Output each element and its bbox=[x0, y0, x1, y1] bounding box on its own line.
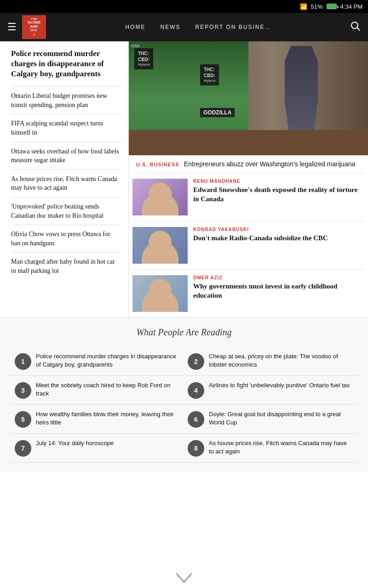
featured-title: Entrepreneurs abuzz over Washington's le… bbox=[184, 160, 356, 168]
status-bar: 📶 51% 4:34 PM bbox=[0, 0, 368, 13]
opinion-title-2[interactable]: Why governments must invest in early chi… bbox=[193, 282, 364, 300]
popular-rank-7: 8 bbox=[188, 440, 204, 457]
popular-item-5[interactable]: 6 Doyle: Great goal but disappointing en… bbox=[184, 405, 357, 434]
popular-title-6: July 14: Your daily horoscope bbox=[36, 439, 114, 447]
sidebar-divider-1 bbox=[11, 86, 121, 87]
main-nav: HOME NEWS REPORT ON BUSINE… bbox=[126, 24, 271, 30]
popular-title-7: As house prices rise, Fitch warns Canada… bbox=[209, 439, 353, 456]
sidebar-divider-6 bbox=[11, 225, 121, 225]
featured-counter bbox=[129, 130, 368, 155]
sidebar-item-0[interactable]: Ontario Liberal budget promises new tran… bbox=[11, 91, 121, 109]
popular-grid: 1 Police recommend murder charges in dis… bbox=[11, 347, 357, 463]
svg-line-1 bbox=[357, 28, 360, 30]
popular-title-3: Airlines to fight 'unbelievably punitive… bbox=[209, 381, 350, 390]
sidebar-item-1[interactable]: FIFA scalping scandal suspect turns hims… bbox=[11, 119, 121, 137]
sidebar-divider-2 bbox=[11, 114, 121, 114]
popular-title-4: How wealthy families blow their money, l… bbox=[36, 410, 180, 427]
popular-item-6[interactable]: 7 July 14: Your daily horoscope bbox=[11, 434, 184, 463]
featured-category: U.S. BUSINESS bbox=[136, 162, 179, 167]
featured-godzilla-sign: GODZILLA bbox=[200, 108, 235, 117]
popular-rank-4: 5 bbox=[15, 411, 31, 428]
battery-icon bbox=[327, 4, 337, 9]
scroll-down-button[interactable] bbox=[0, 564, 368, 588]
popular-title-1: Cheap at sea, pricey on the plate: The v… bbox=[209, 352, 353, 369]
battery-percentage: 51% bbox=[311, 3, 323, 10]
sidebar-featured-headline[interactable]: Police recommend murder charges in disap… bbox=[11, 49, 121, 79]
opinion-item-0[interactable]: RENU MANDHANE Edward Snowshoe's death ex… bbox=[132, 173, 364, 221]
popular-title-5: Doyle: Great goal but disappointing end … bbox=[209, 410, 353, 427]
logo-main-text: GLOBEAND bbox=[28, 21, 40, 29]
opinion-title-0[interactable]: Edward Snowshoe's death exposed the real… bbox=[193, 186, 364, 204]
featured-label[interactable]: U.S. BUSINESS Entrepreneurs abuzz over W… bbox=[129, 155, 368, 173]
popular-heading: What People Are Reading bbox=[11, 327, 357, 338]
opinion-item-1[interactable]: KONRAD YAKABUSKI Don't make Radio-Canada… bbox=[132, 221, 364, 269]
sidebar-divider-7 bbox=[11, 252, 121, 253]
opinion-item-2[interactable]: OMER AZIZ Why governments must invest in… bbox=[132, 269, 364, 317]
featured-sign1: THC: CBD: Hybrid bbox=[134, 48, 153, 69]
opinion-thumb-0 bbox=[132, 179, 188, 215]
popular-item-7[interactable]: 8 As house prices rise, Fitch warns Cana… bbox=[184, 434, 357, 463]
nav-home[interactable]: HOME bbox=[126, 24, 146, 30]
bottom-spacer bbox=[0, 472, 368, 564]
popular-rank-6: 7 bbox=[15, 440, 31, 457]
popular-title-2: Meet the sobriety coach hired to keep Ro… bbox=[36, 381, 180, 398]
popular-rank-2: 3 bbox=[15, 382, 31, 399]
nav-report[interactable]: REPORT ON BUSINE… bbox=[196, 24, 271, 30]
logo-leaf-icon: 🍁 bbox=[31, 32, 37, 37]
sidebar-item-2[interactable]: Ottawa seeks overhaul of how food labels… bbox=[11, 147, 121, 165]
sidebar-divider-5 bbox=[11, 197, 121, 198]
opinion-author-2: OMER AZIZ bbox=[193, 275, 364, 280]
logo[interactable]: THE GLOBEAND MAIL 🍁 bbox=[22, 15, 46, 39]
opinion-list: RENU MANDHANE Edward Snowshoe's death ex… bbox=[129, 173, 368, 317]
opinion-author-0: RENU MANDHANE bbox=[193, 179, 364, 184]
signal-icon: 📶 bbox=[300, 3, 307, 10]
opinion-author-1: KONRAD YAKABUSKI bbox=[193, 227, 364, 232]
popular-rank-0: 1 bbox=[15, 353, 31, 370]
sidebar-item-4[interactable]: 'Unprovoked' police beating sends Canadi… bbox=[11, 202, 121, 220]
popular-rank-5: 6 bbox=[188, 411, 204, 428]
featured-image[interactable]: THC: CBD: Hybrid THC: CBD: Hybrid GODZIL… bbox=[129, 41, 368, 155]
featured-sign2: THC: CBD: Hybrid bbox=[200, 64, 219, 85]
popular-section: What People Are Reading 1 Police recomme… bbox=[0, 317, 368, 472]
sidebar-divider-4 bbox=[11, 170, 121, 170]
sidebar-item-6[interactable]: Man charged after baby found in hot car … bbox=[11, 257, 121, 275]
popular-title-0: Police recommend murder charges in disap… bbox=[36, 352, 180, 369]
sidebar: Police recommend murder charges in disap… bbox=[0, 41, 129, 317]
popular-item-3[interactable]: 4 Airlines to fight 'unbelievably puniti… bbox=[184, 376, 357, 405]
featured-cnx-label: CNX bbox=[131, 44, 140, 48]
main-layout: Police recommend murder charges in disap… bbox=[0, 41, 368, 317]
popular-rank-1: 2 bbox=[188, 353, 204, 370]
nav-news[interactable]: NEWS bbox=[161, 24, 181, 30]
opinion-title-1[interactable]: Don't make Radio-Canada subsidize the CB… bbox=[193, 234, 364, 243]
popular-rank-3: 4 bbox=[188, 382, 204, 399]
clock: 4:34 PM bbox=[340, 3, 362, 10]
sidebar-item-5[interactable]: Olivia Chow vows to press Ottawa for ban… bbox=[11, 230, 121, 248]
sidebar-item-3[interactable]: As house prices rise, Fitch warns Canada… bbox=[11, 175, 121, 192]
header: ☰ THE GLOBEAND MAIL 🍁 HOME NEWS REPORT O… bbox=[0, 13, 368, 41]
search-button[interactable] bbox=[351, 21, 361, 34]
menu-button[interactable]: ☰ bbox=[7, 21, 17, 33]
content-area: THC: CBD: Hybrid THC: CBD: Hybrid GODZIL… bbox=[129, 41, 368, 317]
opinion-thumb-2 bbox=[132, 275, 188, 312]
popular-item-1[interactable]: 2 Cheap at sea, pricey on the plate: The… bbox=[184, 347, 357, 376]
popular-item-4[interactable]: 5 How wealthy families blow their money,… bbox=[11, 405, 184, 434]
opinion-thumb-1 bbox=[132, 227, 188, 264]
popular-item-0[interactable]: 1 Police recommend murder charges in dis… bbox=[11, 347, 184, 376]
popular-item-2[interactable]: 3 Meet the sobriety coach hired to keep … bbox=[11, 376, 184, 405]
sidebar-divider-3 bbox=[11, 142, 121, 142]
